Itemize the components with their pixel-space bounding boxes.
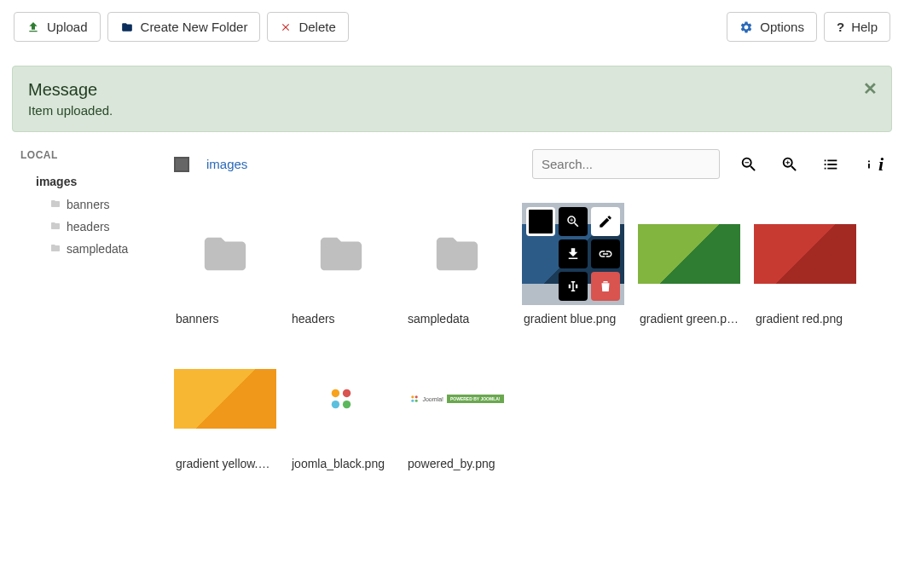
svg-point-6 [415,395,418,398]
svg-point-7 [412,400,414,402]
select-all-checkbox[interactable] [174,157,189,172]
folder-thumb [406,203,508,305]
create-folder-button[interactable]: Create New Folder [107,12,261,42]
image-thumb [174,369,276,429]
toolbar: Upload Create New Folder Delete Options … [0,0,904,54]
folder-thumb [290,203,392,305]
item-label: sampledata [406,312,508,334]
help-button[interactable]: ? Help [824,12,890,42]
breadcrumb[interactable]: images [206,157,247,171]
item-label: powered_by.png [406,457,508,479]
file-item[interactable]: gradient blue.png [522,203,624,334]
info-icon[interactable]: i [860,153,884,176]
overlay-download-icon[interactable] [559,239,588,268]
file-item[interactable]: gradient yellow.p… [174,348,276,479]
item-label: banners [174,312,276,334]
item-overlay [522,203,624,305]
sidebar-item-label: banners [67,198,110,211]
delete-icon [280,21,292,33]
folder-icon [49,198,61,211]
content-header: images i [174,149,884,179]
svg-point-4 [343,401,351,408]
item-label: joomla_black.png [290,457,392,479]
gear-icon [739,20,753,34]
selected-thumb [522,203,624,305]
folder-icon [49,220,61,233]
folder-thumb [174,203,276,305]
svg-point-8 [415,400,418,402]
overlay-select-checkbox[interactable] [526,207,555,236]
svg-point-1 [332,389,339,397]
file-item[interactable]: Joomla!POWERED BY JOOMLA!powered_by.png [406,348,508,479]
folder-item[interactable]: banners [174,203,276,334]
image-thumb-wrap [174,348,276,450]
search-input[interactable] [532,149,720,179]
svg-point-2 [343,389,351,397]
overlay-edit-icon[interactable] [591,207,620,236]
alert-title: Message [28,80,876,100]
overlay-delete-icon[interactable] [591,272,620,301]
zoom-out-icon[interactable] [737,153,761,176]
sidebar-item-sampledata[interactable]: sampledata [20,238,164,260]
image-thumb [754,224,856,284]
image-thumb-wrap [754,203,856,305]
options-button[interactable]: Options [727,12,817,42]
svg-point-5 [412,395,414,398]
sidebar-heading: LOCAL [20,149,164,161]
zoom-in-icon[interactable] [778,153,802,176]
sidebar-item-label: sampledata [67,242,128,256]
file-item[interactable]: gradient red.png [754,203,856,334]
overlay-rename-icon[interactable] [559,272,588,301]
alert-body: Item uploaded. [28,103,876,118]
tree-root[interactable]: images [20,170,164,193]
item-label: headers [290,312,392,334]
image-thumb [638,224,740,284]
image-thumb [290,348,392,450]
file-item[interactable]: joomla_black.png [290,348,392,479]
item-label: gradient red.png [754,312,856,334]
alert-close-icon[interactable]: ✕ [863,78,878,99]
items-grid: bannersheaderssampledatagradient blue.pn… [174,203,884,479]
folder-item[interactable]: sampledata [406,203,508,334]
file-item[interactable]: gradient green.p… [638,203,740,334]
overlay-link-icon[interactable] [591,239,620,268]
folder-icon [120,21,134,33]
upload-icon [26,20,40,34]
svg-point-3 [332,401,339,408]
overlay-preview-icon[interactable] [559,207,588,236]
upload-button[interactable]: Upload [14,12,101,42]
sidebar-item-label: headers [67,220,110,233]
sidebar-item-headers[interactable]: headers [20,216,164,238]
delete-button[interactable]: Delete [267,12,348,42]
item-label: gradient blue.png [522,312,624,334]
list-view-icon[interactable] [819,153,843,176]
item-label: gradient green.p… [638,312,740,334]
folder-icon [49,242,61,256]
sidebar: LOCAL images bannersheaderssampledata [3,149,174,479]
image-thumb-wrap [638,203,740,305]
help-icon: ? [837,20,844,34]
folder-item[interactable]: headers [290,203,392,334]
alert-message: Message Item uploaded. ✕ [12,66,892,132]
content: images i bannersheaderssampledatagradien… [174,149,901,479]
image-thumb: Joomla!POWERED BY JOOMLA! [406,348,508,450]
item-label: gradient yellow.p… [174,457,276,479]
sidebar-item-banners[interactable]: banners [20,193,164,216]
